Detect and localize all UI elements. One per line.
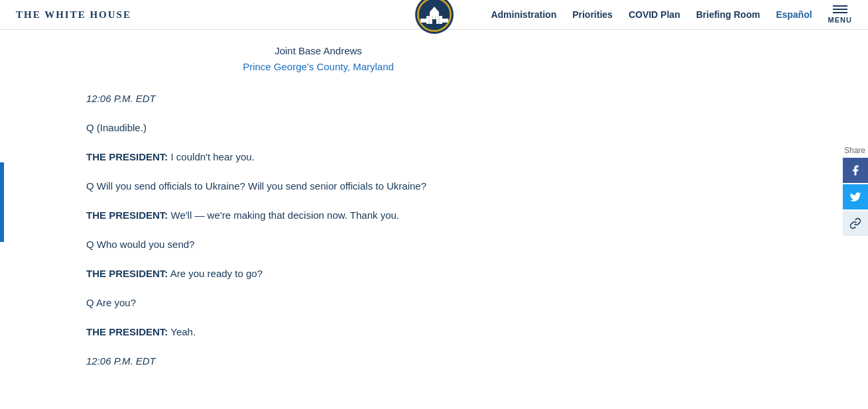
president-text-4: Yeah. — [168, 326, 196, 337]
svg-rect-10 — [442, 19, 448, 23]
main-nav: Administration Priorities COVID Plan Bri… — [491, 5, 852, 24]
link-icon — [849, 217, 861, 229]
q-line-3: Q Who would you send? — [86, 239, 194, 250]
facebook-icon — [849, 164, 861, 176]
transcript-entry-9: THE PRESIDENT: Yeah. — [86, 324, 550, 340]
nav-covid-plan[interactable]: COVID Plan — [629, 9, 680, 20]
location-line-2[interactable]: Prince George's County, Maryland — [243, 61, 394, 72]
president-line-3: THE PRESIDENT: Are you ready to go? — [86, 268, 263, 279]
president-text-2: We'll — we're making that decision now. … — [168, 209, 399, 221]
share-twitter-button[interactable] — [843, 184, 868, 209]
q-line-2: Q Will you send officials to Ukraine? Wi… — [86, 180, 426, 192]
left-sidebar — [0, 30, 33, 409]
transcript-entry-2: Q (Inaudible.) — [86, 120, 550, 136]
share-facebook-button[interactable] — [843, 158, 868, 183]
menu-label: MENU — [828, 16, 852, 24]
location-line-1: Joint Base Andrews — [86, 43, 550, 59]
president-line-2: THE PRESIDENT: We'll — we're making that… — [86, 209, 399, 221]
transcript-body: 12:06 P.M. EDT Q (Inaudible.) THE PRESID… — [86, 91, 550, 369]
president-text-1: I couldn't hear you. — [168, 151, 254, 162]
president-text-3: Are you ready to go? — [168, 268, 263, 279]
content-area: Joint Base Andrews Prince George's Count… — [33, 30, 577, 409]
nav-administration[interactable]: Administration — [491, 9, 556, 20]
q-line-4: Q Are you? — [86, 297, 136, 308]
location-block: Joint Base Andrews Prince George's Count… — [86, 43, 550, 75]
svg-rect-2 — [430, 12, 439, 17]
president-line-4: THE PRESIDENT: Yeah. — [86, 326, 196, 337]
transcript-entry-6: Q Who would you send? — [86, 237, 550, 253]
svg-rect-4 — [428, 16, 430, 24]
transcript-entry-3: THE PRESIDENT: I couldn't hear you. — [86, 149, 550, 165]
timestamp-2: 12:06 P.M. EDT — [86, 355, 156, 367]
transcript-entry-5: THE PRESIDENT: We'll — we're making that… — [86, 207, 550, 223]
share-sidebar: Share — [843, 146, 868, 237]
transcript-entry-10: 12:06 P.M. EDT — [86, 353, 550, 369]
accent-bar — [0, 162, 4, 242]
menu-button[interactable]: MENU — [828, 5, 852, 24]
site-title: THE WHITE HOUSE — [16, 9, 131, 21]
nav-espanol[interactable]: Español — [776, 9, 812, 20]
transcript-entry-8: Q Are you? — [86, 295, 550, 311]
q-line-1: Q (Inaudible.) — [86, 122, 147, 133]
share-link-button[interactable] — [843, 211, 868, 236]
twitter-icon — [849, 191, 861, 203]
timestamp-1: 12:06 P.M. EDT — [86, 93, 156, 104]
transcript-entry-4: Q Will you send officials to Ukraine? Wi… — [86, 178, 550, 194]
hamburger-icon — [833, 5, 847, 13]
svg-rect-9 — [420, 19, 427, 23]
president-line-1: THE PRESIDENT: I couldn't hear you. — [86, 151, 255, 162]
share-label: Share — [844, 146, 868, 155]
svg-rect-8 — [432, 19, 436, 24]
president-label-3: THE PRESIDENT: — [86, 268, 168, 279]
svg-rect-7 — [438, 16, 440, 24]
nav-priorities[interactable]: Priorities — [572, 9, 613, 20]
president-label-2: THE PRESIDENT: — [86, 209, 168, 221]
transcript-entry-1: 12:06 P.M. EDT — [86, 91, 550, 107]
transcript-entry-7: THE PRESIDENT: Are you ready to go? — [86, 266, 550, 282]
white-house-logo[interactable] — [415, 0, 454, 34]
nav-briefing-room[interactable]: Briefing Room — [696, 9, 760, 20]
president-label-1: THE PRESIDENT: — [86, 151, 168, 162]
president-label-4: THE PRESIDENT: — [86, 326, 168, 337]
